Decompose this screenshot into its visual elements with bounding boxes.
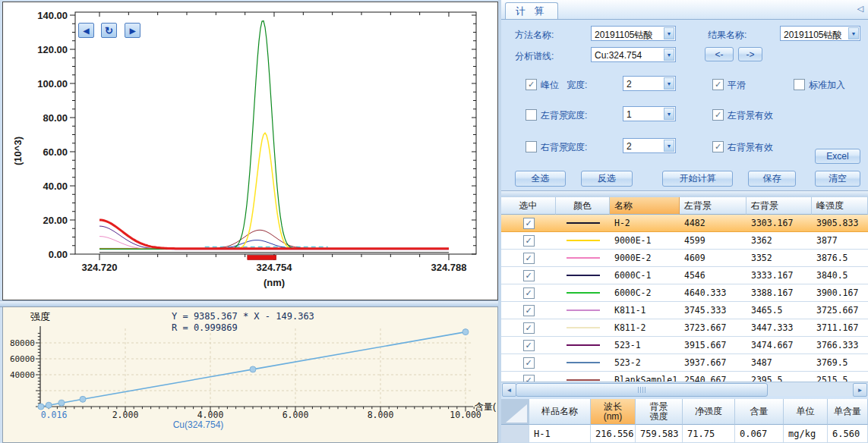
chevron-down-icon[interactable]: ▼ [664,27,674,39]
svg-text:6.000: 6.000 [282,410,309,420]
method-name-select[interactable]: 20191105钴酸 ▼ [591,26,676,41]
table-row[interactable]: 6000C-145463333.1673840.5 [501,267,868,284]
column-header-bg-intensity[interactable]: 背景 强度 [636,399,683,425]
chevron-down-icon[interactable]: ▼ [664,77,674,90]
invert-selection-button[interactable]: 反选 [581,171,633,187]
series-color-swatch [567,327,600,328]
clear-button[interactable]: 清空 [815,171,860,187]
select-all-button[interactable]: 全选 [515,171,566,187]
standard-addition-checkbox[interactable] [794,79,805,90]
chevron-down-icon[interactable]: ▼ [848,27,859,39]
cell-name: 6000C-2 [610,284,680,301]
cell-peak: 3766.333 [812,337,868,353]
prev-line-button[interactable]: <- [705,47,734,61]
cell-name: 6000C-1 [610,267,680,284]
scroll-right-button[interactable]: ► [853,383,867,397]
series-color-swatch [567,379,600,381]
chart-prev-button[interactable]: ◀ [78,23,94,38]
row-checkbox[interactable] [523,253,535,264]
calculation-form: 方法名称: 20191105钴酸 ▼ 结果名称: 20191105钴酸 ▼ 分析… [501,20,868,190]
excel-button[interactable]: Excel [815,149,860,164]
next-line-button[interactable]: -> [738,47,762,61]
collapse-panel-icon[interactable]: ◁ [857,4,863,14]
right-bg-label: 右背景 [541,141,568,154]
row-checkbox[interactable] [523,235,535,247]
column-header-sample-name[interactable]: 样品名称 [529,399,591,425]
left-bg-valid-checkbox[interactable] [712,109,724,121]
analysis-line-select[interactable]: Cu:324.754 ▼ [591,47,676,62]
tab-calculate[interactable]: 计 算 [505,2,558,19]
row-checkbox[interactable] [523,218,535,229]
column-header-right-bg[interactable]: 右背景 [746,197,812,215]
cell-left-bg: 4640.333 [680,284,746,301]
column-header-wavelength[interactable]: 波长 (nm) [591,399,636,425]
svg-text:含量(: 含量( [475,401,496,412]
tab-strip: 计 算 ◁ [501,0,868,20]
svg-text:80000: 80000 [10,338,35,348]
start-calculation-button[interactable]: 开始计算 [662,171,733,187]
row-checkbox[interactable] [523,322,535,334]
svg-text:324.788: 324.788 [431,262,466,273]
row-checkbox[interactable] [523,340,535,351]
cell-name: 9000E-2 [610,250,680,266]
corner-cell [501,399,529,425]
svg-text:4.000: 4.000 [197,410,224,420]
table-row[interactable]: K811-13745.3333465.53725.667 [501,302,868,319]
chevron-down-icon[interactable]: ▼ [664,49,674,61]
sample-table-row[interactable]: H-1 216.556 759.583 71.75 0.067 mg/kg 6.… [501,425,868,443]
smooth-checkbox[interactable] [712,79,724,90]
svg-text:强度: 强度 [30,311,50,322]
row-checkbox[interactable] [523,305,535,316]
cell-color [556,267,610,284]
table-row[interactable]: 523-23937.66734873769.5 [501,354,868,372]
standard-addition-label: 标准加入 [809,79,845,92]
chevron-down-icon[interactable]: ▼ [664,108,674,120]
scroll-left-button[interactable]: ◄ [502,383,516,397]
row-checkbox[interactable] [523,287,535,299]
cell-peak: 3840.5 [812,267,868,284]
column-header-net-intensity[interactable]: 净强度 [683,399,735,425]
cell-peak: 3876.5 [812,250,868,266]
left-bg-checkbox[interactable] [526,109,537,121]
cell-right-bg: 3388.167 [746,284,812,301]
horizontal-scrollbar[interactable]: ◄ ► [501,382,868,396]
chart-next-button[interactable]: ▶ [125,23,140,38]
column-header-left-bg[interactable]: 左背景 [680,197,746,215]
row-header [501,425,529,443]
table-row[interactable]: 9000E-2460933523876.5 [501,250,868,267]
table-row[interactable]: 523-13915.6673474.6673766.333 [501,337,868,354]
spectrum-chart: 0.0020.0040.0060.0080.00100.00120.00140.… [3,2,496,298]
row-checkbox[interactable] [523,357,535,369]
result-name-select[interactable]: 20191105钴酸 ▼ [780,26,860,41]
sample-table-header: 样品名称 波长 (nm) 背景 强度 净强度 含量 单位 单含量 [501,399,868,425]
column-header-unit-content[interactable]: 单含量 [828,399,868,425]
save-button[interactable]: 保存 [748,171,796,187]
chart-refresh-button[interactable]: ↻ [101,23,117,38]
peak-width-select[interactable]: 2 ▼ [623,76,676,91]
right-bg-checkbox[interactable] [526,141,537,152]
column-header-name[interactable]: 名称 [610,197,680,215]
table-row[interactable]: 9000E-1459933623877 [501,232,868,250]
svg-text:Cu(324.754): Cu(324.754) [173,419,224,430]
cell-color [556,319,610,336]
cell-color [556,337,610,353]
column-header-peak[interactable]: 峰强度 [812,197,868,215]
peak-position-checkbox[interactable] [526,79,537,90]
cell-bg-intensity: 759.583 [636,425,683,443]
table-row[interactable]: H-244823303.1673905.833 [501,215,868,232]
table-row[interactable]: 6000C-24640.3333388.1673900.167 [501,284,868,302]
column-header-unit[interactable]: 单位 [784,399,828,425]
chevron-down-icon[interactable]: ▼ [664,140,674,152]
right-bg-width-select[interactable]: 2 ▼ [623,138,676,153]
cell-name: 523-2 [610,354,680,371]
row-checkbox[interactable] [523,270,535,281]
left-bg-width-select[interactable]: 1 ▼ [623,106,676,121]
right-bg-valid-checkbox[interactable] [712,141,724,152]
cell-left-bg: 4546 [680,267,746,284]
column-header-color[interactable]: 颜色 [556,197,610,215]
scrollbar-thumb[interactable] [516,383,768,397]
column-header-content[interactable]: 含量 [735,399,784,425]
cell-left-bg: 3937.667 [680,354,746,371]
table-row[interactable]: K811-23723.6673447.3333711.167 [501,319,868,337]
column-header-selected[interactable]: 选中 [501,197,556,215]
